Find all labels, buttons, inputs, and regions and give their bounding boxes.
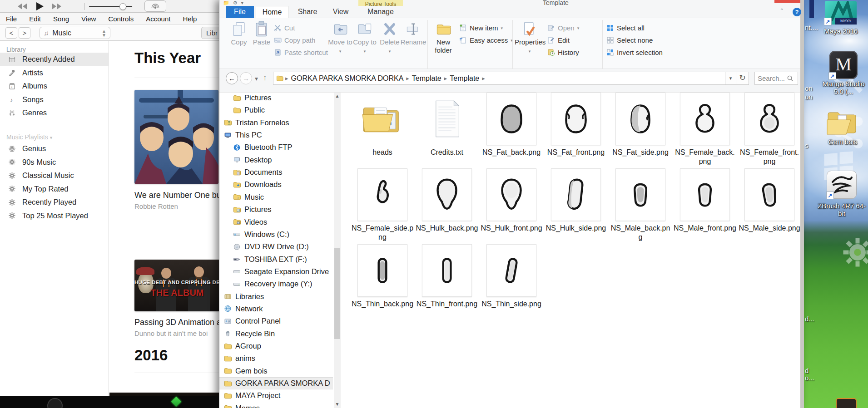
tree-item-this-pc[interactable]: This PC: [219, 129, 333, 141]
previous-track-button[interactable]: [16, 1, 28, 13]
album-title[interactable]: We are Number One but: [134, 191, 223, 200]
scrollbar-up-arrow[interactable]: ▲: [334, 93, 341, 100]
desktop-icon-zbrush-4r7-64-bit[interactable]: ↗ZBrush 4R7 64-bit: [817, 171, 867, 217]
minimize-ribbon-chevron[interactable]: ˆ: [781, 8, 783, 15]
breadcrumb-segment[interactable]: Template: [410, 74, 443, 83]
menu-edit[interactable]: Edit: [29, 15, 41, 23]
quick-access-toolbar[interactable]: 📁⚙▾: [223, 0, 243, 6]
sims-plumbob-icon[interactable]: [171, 397, 182, 407]
tree-item-libraries[interactable]: Libraries: [219, 290, 333, 303]
file-item-ns-female-back-png[interactable]: NS_Female_back.png: [673, 93, 737, 166]
file-item-ns-fat-side-png[interactable]: NS_Fat_side.png: [608, 93, 673, 157]
scrollbar-thumb[interactable]: [334, 248, 340, 339]
menu-song[interactable]: Song: [53, 15, 69, 23]
tree-item-videos[interactable]: Videos: [219, 216, 333, 228]
new-folder-button[interactable]: New folder: [430, 21, 456, 54]
file-item-ns-fat-back-png[interactable]: NS_Fat_back.png: [479, 93, 544, 157]
volume-slider[interactable]: [89, 6, 132, 7]
tree-item-documents[interactable]: Documents: [219, 166, 333, 178]
album-art-we-are-number-one[interactable]: [134, 90, 218, 184]
properties-button[interactable]: Properties▾: [515, 21, 545, 55]
album-art-huge-debt[interactable]: HUGE DEBT AND CRIPPLING DEPPRESSION THE …: [134, 260, 220, 311]
nav-forward-button[interactable]: →: [240, 72, 252, 84]
tree-scrollbar[interactable]: ▲ ▼: [334, 93, 341, 408]
address-dropdown-chevron[interactable]: ▾: [725, 72, 736, 85]
play-button[interactable]: [35, 1, 45, 13]
back-button[interactable]: <: [5, 27, 17, 39]
playlist-item-my-top-rated[interactable]: My Top Rated: [0, 182, 109, 196]
next-track-button[interactable]: [51, 1, 63, 13]
tree-item-seagate-expansion-drive[interactable]: Seagate Expansion Drive: [219, 265, 333, 278]
nav-back-button[interactable]: ←: [226, 72, 238, 84]
forward-button[interactable]: >: [19, 27, 30, 39]
file-item-heads[interactable]: heads: [350, 93, 415, 157]
select-all-button[interactable]: Select all: [606, 22, 663, 34]
recent-locations-chevron[interactable]: ▾: [255, 75, 258, 82]
playlist-item-classical-music[interactable]: Classical Music: [0, 169, 109, 182]
tab-manage[interactable]: Manage: [358, 6, 403, 18]
menu-controls[interactable]: Controls: [108, 15, 134, 23]
open-button[interactable]: Open ▾: [547, 22, 579, 34]
playlist-item-genius[interactable]: Genius: [0, 142, 109, 155]
tree-item-bluetooth-ftp[interactable]: Bluetooth FTP: [219, 141, 333, 153]
tree-item-maya-project[interactable]: MAYA Project: [219, 389, 333, 402]
copy-path-button[interactable]: Copy path: [274, 34, 328, 46]
tree-item-anims[interactable]: anims: [219, 352, 333, 364]
breadcrumb-segment[interactable]: GORKA PARKA SMORKA DORKA: [289, 74, 406, 83]
file-item-ns-hulk-side-png[interactable]: NS_Hulk_side.png: [544, 168, 608, 233]
sidebar-item-songs[interactable]: ♪Songs: [0, 93, 109, 106]
scrollbar-down-arrow[interactable]: ▼: [334, 401, 341, 408]
menu-account[interactable]: Account: [146, 15, 170, 23]
rename-button[interactable]: Rename: [400, 21, 427, 46]
history-button[interactable]: History: [547, 46, 579, 59]
album-title[interactable]: Passing 3D Animation an: [134, 318, 226, 327]
select-none-button[interactable]: Select none: [606, 34, 663, 46]
tree-item-gorka-parka-smorka-d[interactable]: GORKA PARKA SMORKA D: [219, 377, 333, 389]
file-item-ns-hulk-back-png[interactable]: NS_Hulk_back.png: [415, 168, 479, 233]
tree-item-toshiba-ext-f-[interactable]: TOSHIBA EXT (F:): [219, 253, 333, 265]
playlist-item-top-25-most-played[interactable]: Top 25 Most Played: [0, 209, 109, 222]
easy-access-button[interactable]: Easy access ▾: [459, 34, 513, 46]
cut-button[interactable]: Cut: [274, 22, 328, 34]
media-selector-dropdown[interactable]: ♫ Music ▲▼: [40, 27, 110, 39]
album-artist[interactable]: Dunno but it ain't me boi: [134, 329, 208, 337]
tree-item-windows-c-[interactable]: Windows (C:): [219, 228, 333, 241]
tab-file[interactable]: File: [226, 6, 254, 18]
file-item-ns-female-front-png[interactable]: NS_Female_front.png: [737, 93, 802, 166]
file-item-ns-male-front-png[interactable]: NS_Male_front.png: [673, 168, 737, 233]
help-button[interactable]: ?: [793, 8, 801, 16]
taskbar-app-icon[interactable]: [47, 398, 63, 408]
tree-item-public[interactable]: Public: [219, 104, 333, 116]
tree-item-recovery-image-y-[interactable]: Recovery image (Y:): [219, 278, 333, 290]
tree-item-agroup[interactable]: AGroup: [219, 340, 333, 352]
sidebar-item-artists[interactable]: Artists: [0, 66, 109, 79]
file-item-ns-male-side-png[interactable]: NS_Male_side.png: [737, 168, 802, 233]
edit-button[interactable]: Edit: [547, 34, 579, 46]
playlist-item-recently-played[interactable]: Recently Played: [0, 196, 109, 209]
sidebar-item-genres[interactable]: Genres: [0, 106, 109, 119]
file-item-ns-fat-front-png[interactable]: NS_Fat_front.png: [544, 93, 608, 157]
file-item-ns-thin-front-png[interactable]: NS_Thin_front.png: [415, 244, 479, 309]
tree-item-tristan-fornelos[interactable]: Tristan Fornelos: [219, 117, 333, 129]
address-bar[interactable]: ▸GORKA PARKA SMORKA DORKA▸Template▸Templ…: [273, 72, 725, 85]
desktop-icon-gem-bois[interactable]: Gem bois: [818, 109, 868, 146]
new-item-button[interactable]: New item ▾: [459, 22, 513, 34]
file-item-ns-thin-side-png[interactable]: NS_Thin_side.png: [479, 244, 544, 309]
delete-button[interactable]: Delete▾: [377, 21, 403, 55]
copy-to-button[interactable]: Copy to ▾: [352, 21, 378, 55]
refresh-button[interactable]: ↻: [736, 72, 749, 85]
menu-file[interactable]: File: [6, 15, 17, 23]
tree-item-memes[interactable]: Memes: [219, 402, 333, 408]
tree-item-pictures[interactable]: Pictures: [219, 92, 333, 104]
menu-view[interactable]: View: [81, 15, 96, 23]
file-item-ns-hulk-front-png[interactable]: NS_Hulk_front.png: [479, 168, 544, 233]
playlist-item-90s-music[interactable]: 90s Music: [0, 156, 109, 169]
picture-tools-contextual-tab[interactable]: Picture Tools: [358, 0, 403, 6]
tree-item-control-panel[interactable]: Control Panel: [219, 315, 333, 327]
move-to-button[interactable]: Move to ▾: [327, 21, 353, 55]
file-item-ns-thin-back-png[interactable]: NS_Thin_back.png: [350, 244, 415, 309]
breadcrumb-segment[interactable]: Template: [448, 74, 481, 83]
tree-item-network[interactable]: Network: [219, 303, 333, 315]
tree-item-music[interactable]: ♪Music: [219, 191, 333, 203]
tree-item-gem-bois[interactable]: Gem bois: [219, 365, 333, 377]
